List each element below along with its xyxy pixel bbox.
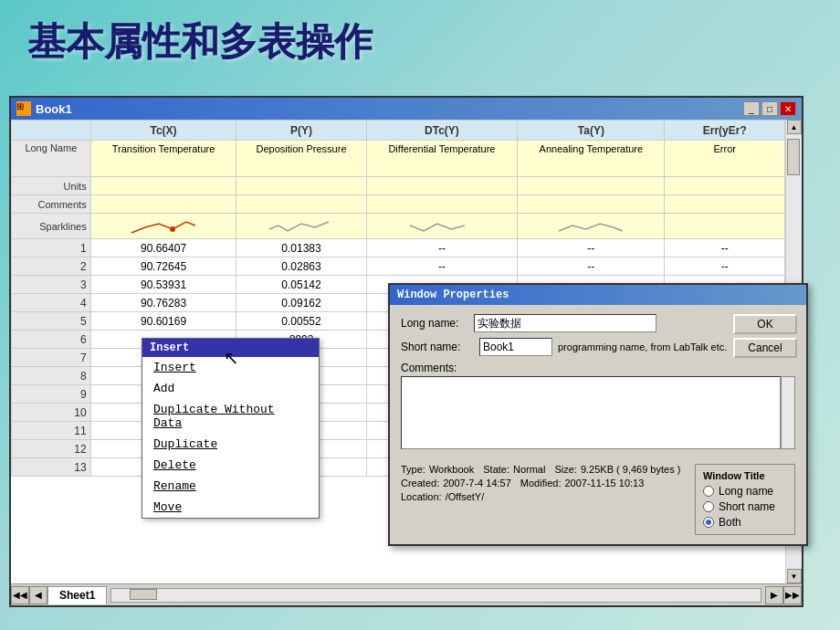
- size-info: Size: 9.25KB ( 9,469 bytes ): [554, 464, 680, 475]
- window-title-section: Window Title Long name Short name Both: [695, 464, 795, 535]
- scroll-thumb[interactable]: [787, 139, 800, 175]
- maximize-button[interactable]: □: [761, 101, 778, 116]
- dialog-title: Window Properties: [397, 289, 509, 301]
- dialog-body: OK Cancel Long name: Short name: program…: [390, 305, 806, 544]
- col-header-tay[interactable]: Ta(Y): [518, 121, 665, 141]
- sparklines-row: Sparklines: [12, 214, 785, 239]
- nav-prev-arrow[interactable]: ◀: [29, 586, 47, 604]
- close-button[interactable]: ✕: [780, 101, 796, 116]
- cell-sparkline-dtcy: [366, 214, 518, 239]
- cell-2-py[interactable]: 0.02863: [236, 257, 366, 276]
- workbook-icon: ⊞: [16, 101, 31, 116]
- cell-2-tcx[interactable]: 90.72645: [90, 257, 236, 276]
- cell-3-tcx[interactable]: 90.53931: [90, 276, 236, 294]
- context-menu-delete[interactable]: Delete: [142, 455, 319, 476]
- nav-next-arrow[interactable]: ▶: [765, 586, 783, 604]
- radio-longname-circle[interactable]: [703, 486, 714, 497]
- created-info: Created: 2007-7-4 14:57: [401, 478, 511, 488]
- cell-units-tcx[interactable]: [90, 177, 236, 195]
- minimize-button[interactable]: _: [743, 101, 760, 116]
- col-header-erryer[interactable]: Err(yEr?: [665, 121, 785, 141]
- cell-1-tay[interactable]: --: [518, 239, 665, 257]
- comments-scrollbar[interactable]: [781, 376, 795, 449]
- scroll-up-arrow[interactable]: ▲: [787, 120, 802, 134]
- context-menu-insert[interactable]: Insert: [142, 357, 319, 378]
- comments-row: Comments: [12, 195, 785, 214]
- cell-3-py[interactable]: 0.05142: [236, 276, 366, 294]
- cell-sparkline-erryer: [665, 214, 785, 239]
- dialog-info-bar2: Created: 2007-7-4 14:57 Modified: 2007-1…: [401, 478, 686, 488]
- row-label-longname: Long Name: [12, 141, 91, 177]
- radio-shortname-circle[interactable]: [703, 501, 714, 512]
- cell-longname-tay[interactable]: Annealing Temperature: [518, 141, 665, 177]
- cell-2-tay[interactable]: --: [518, 257, 665, 276]
- cell-2-erryer[interactable]: --: [665, 257, 785, 276]
- cell-comments-erryer[interactable]: [665, 195, 785, 214]
- longname-label: Long name:: [401, 317, 474, 330]
- cell-sparkline-tcx: [90, 214, 236, 239]
- cell-longname-tcx[interactable]: Transition Temperature: [90, 141, 236, 177]
- cell-units-tay[interactable]: [518, 177, 665, 195]
- radio-both-circle[interactable]: [703, 517, 714, 528]
- col-header-tcx[interactable]: Tc(X): [90, 121, 236, 141]
- cell-2-dtcy[interactable]: --: [366, 257, 518, 276]
- context-menu-move[interactable]: Move: [142, 497, 319, 518]
- col-header-py[interactable]: P(Y): [236, 121, 366, 141]
- bottom-bar: ◀◀ ◀ Sheet1 ▶ ▶▶: [11, 583, 802, 605]
- window-properties-dialog: Window Properties OK Cancel Long name: S…: [388, 283, 808, 546]
- cell-sparkline-tay: [518, 214, 665, 239]
- h-scroll-thumb[interactable]: [130, 589, 157, 600]
- nav-last-arrow[interactable]: ▶▶: [783, 586, 802, 604]
- cell-longname-py[interactable]: Deposition Pressure: [236, 141, 366, 177]
- cell-5-tcx[interactable]: 90.60169: [90, 312, 236, 331]
- radio-group: Long name Short name Both: [703, 485, 787, 529]
- col-header-rownum: [12, 121, 91, 141]
- cell-1-py[interactable]: 0.01383: [236, 239, 366, 257]
- cell-1-erryer[interactable]: --: [665, 239, 785, 257]
- cell-longname-dtcy[interactable]: Differential Temperature: [366, 141, 518, 177]
- context-menu: Insert Insert Add Duplicate Without Data…: [142, 338, 320, 519]
- shortname-label: Short name:: [401, 341, 474, 353]
- context-menu-dup-without-data[interactable]: Duplicate Without Data: [142, 399, 319, 434]
- comments-textarea[interactable]: [401, 376, 781, 449]
- dialog-info-bar: Type: Workbook State: Normal Size: 9.25K…: [401, 464, 686, 475]
- cell-4-py[interactable]: 0.09162: [236, 294, 366, 312]
- radio-both[interactable]: Both: [703, 516, 787, 529]
- horizontal-scroll[interactable]: [110, 588, 761, 603]
- cell-units-dtcy[interactable]: [366, 177, 518, 195]
- cell-1-tcx[interactable]: 90.66407: [90, 239, 236, 257]
- sheet-tab-sheet1[interactable]: Sheet1: [47, 586, 107, 604]
- cell-units-py[interactable]: [236, 177, 366, 195]
- longname-input[interactable]: [474, 314, 656, 332]
- context-menu-duplicate[interactable]: Duplicate: [142, 434, 319, 455]
- row-label-comments: Comments: [12, 195, 91, 214]
- cell-4-tcx[interactable]: 90.76283: [90, 294, 236, 312]
- cancel-button[interactable]: Cancel: [733, 338, 797, 358]
- radio-longname[interactable]: Long name: [703, 485, 787, 498]
- comments-label: Comments:: [401, 362, 795, 374]
- data-row-1: 1 90.66407 0.01383 -- -- --: [12, 239, 785, 257]
- type-info: Type: Workbook: [401, 464, 474, 475]
- shortname-input[interactable]: [479, 338, 552, 356]
- cell-units-erryer[interactable]: [665, 177, 785, 195]
- ok-button[interactable]: OK: [733, 314, 797, 334]
- location-info: Location: /OffsetY/: [401, 491, 484, 502]
- context-menu-add[interactable]: Add: [142, 378, 319, 399]
- cell-comments-py[interactable]: [236, 195, 366, 214]
- radio-shortname[interactable]: Short name: [703, 500, 787, 513]
- scroll-down-arrow[interactable]: ▼: [787, 569, 802, 583]
- nav-first-arrow[interactable]: ◀◀: [11, 586, 29, 604]
- long-name-row: Long Name Transition Temperature Deposit…: [12, 141, 785, 177]
- dialog-buttons: OK Cancel: [733, 314, 797, 358]
- cell-longname-erryer[interactable]: Error: [665, 141, 785, 177]
- cell-1-dtcy[interactable]: --: [366, 239, 518, 257]
- info-bar-section: Type: Workbook State: Normal Size: 9.25K…: [401, 458, 686, 535]
- cell-5-py[interactable]: 0.00552: [236, 312, 366, 331]
- col-header-dtcy[interactable]: DTc(Y): [366, 121, 518, 141]
- window-controls: _ □ ✕: [743, 101, 796, 116]
- cell-comments-dtcy[interactable]: [366, 195, 518, 214]
- cell-sparkline-py: [236, 214, 366, 239]
- context-menu-rename[interactable]: Rename: [142, 476, 319, 497]
- cell-comments-tcx[interactable]: [90, 195, 236, 214]
- cell-comments-tay[interactable]: [518, 195, 665, 214]
